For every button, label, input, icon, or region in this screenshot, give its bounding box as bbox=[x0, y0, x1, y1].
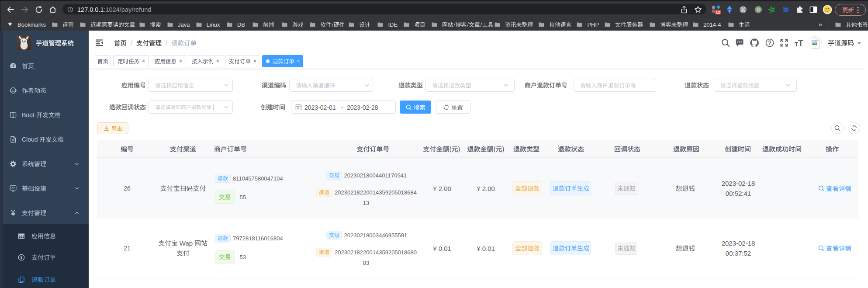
svg-text:12: 12 bbox=[716, 10, 720, 14]
